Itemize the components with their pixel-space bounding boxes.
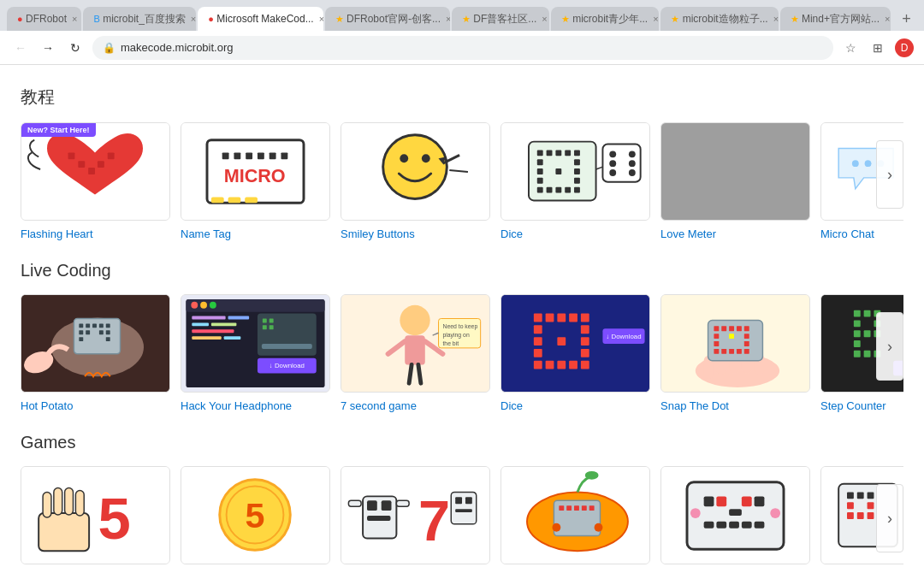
card-flashing-heart[interactable]: New? Start Here! <box>21 122 170 240</box>
tab-dfrobot[interactable]: ● DFRobot × <box>7 7 81 31</box>
card-7seconds[interactable]: 7 7 seconds <box>341 466 490 567</box>
svg-rect-93 <box>263 319 267 323</box>
page-content: 教程 New? Start Here! <box>0 65 924 567</box>
svg-text:MICRO: MICRO <box>224 165 286 186</box>
svg-rect-116 <box>569 314 578 322</box>
title-bar: ● DFRobot × B microbit_百度搜索 × ● Microsof… <box>0 0 924 31</box>
svg-rect-149 <box>744 341 749 346</box>
refresh-button[interactable]: ↻ <box>65 38 86 58</box>
svg-rect-173 <box>54 488 62 515</box>
tab-mind[interactable]: ★ Mind+官方网站... × <box>780 7 891 31</box>
svg-rect-222 <box>868 492 874 499</box>
svg-rect-161 <box>854 330 861 337</box>
svg-rect-152 <box>729 349 734 354</box>
card-heads-guess[interactable]: Heads Guess! <box>660 466 810 567</box>
svg-point-20 <box>400 154 408 162</box>
svg-rect-91 <box>224 336 241 340</box>
svg-rect-212 <box>716 522 726 529</box>
card-live-hot-potato[interactable]: Hot Potato <box>21 294 170 412</box>
svg-rect-32 <box>537 159 543 165</box>
svg-rect-123 <box>534 349 542 357</box>
card-name-tag[interactable]: MICRO Name Tag <box>181 122 330 240</box>
card-img-smiley-buttons <box>341 122 490 221</box>
svg-point-82 <box>191 302 198 309</box>
tab-close-df[interactable]: × <box>542 14 547 24</box>
svg-rect-70 <box>99 323 104 328</box>
tab-close-baidu[interactable]: × <box>191 14 196 24</box>
profile-icon[interactable]: D <box>895 38 914 57</box>
card-label-micro-chat: Micro Chat <box>820 227 903 240</box>
svg-rect-200 <box>589 505 595 511</box>
svg-rect-1 <box>68 152 75 159</box>
card-smiley-buttons[interactable]: Smiley Buttons <box>341 122 490 240</box>
svg-rect-17 <box>245 197 258 203</box>
card-game-hotpotato[interactable]: Hot Potato <box>500 466 650 567</box>
card-label-live-hot-potato: Hot Potato <box>21 399 170 412</box>
svg-rect-126 <box>546 361 554 369</box>
tab-microbit1[interactable]: ★ microbit青少年... × <box>551 7 659 31</box>
svg-rect-150 <box>714 349 719 354</box>
card-live-7second[interactable]: Need to keep playing on the bit 7 second… <box>341 294 490 412</box>
card-live-headphone[interactable]: ↓ Download Hack Your Headphone <box>181 294 330 412</box>
svg-text:5: 5 <box>246 496 265 535</box>
svg-rect-35 <box>555 168 561 174</box>
tutorials-scroll-right[interactable]: › <box>876 140 903 209</box>
back-button[interactable]: ← <box>10 38 31 58</box>
svg-rect-87 <box>192 322 209 326</box>
tab-makecode[interactable]: ● Microsoft MakeCod... × <box>198 7 323 31</box>
svg-rect-76 <box>79 337 83 341</box>
tab-close-microbit1[interactable]: × <box>653 14 658 24</box>
card-dice[interactable]: Dice <box>500 122 650 240</box>
tab-close-dfrobot[interactable]: × <box>72 14 77 24</box>
svg-rect-119 <box>581 325 589 334</box>
svg-rect-197 <box>566 505 572 511</box>
svg-rect-86 <box>228 316 250 320</box>
svg-rect-37 <box>537 178 543 184</box>
tab-close-microbit2[interactable]: × <box>773 14 779 24</box>
svg-rect-33 <box>574 159 580 165</box>
svg-rect-94 <box>270 319 274 323</box>
card-coin-flipper[interactable]: 5 Coin Flipper <box>181 466 330 567</box>
card-rps[interactable]: 5 Rock Paper Scissors <box>21 466 170 567</box>
tab-dfrobot2[interactable]: ★ DFRobot官网-创客... × <box>325 7 450 31</box>
svg-point-216 <box>690 508 701 518</box>
address-bar[interactable]: 🔒 makecode.microbit.org <box>92 36 833 60</box>
card-img-game-hotpotato <box>500 466 650 564</box>
svg-rect-190 <box>455 497 462 504</box>
svg-rect-74 <box>99 330 104 334</box>
tab-close-mind[interactable]: × <box>885 14 890 24</box>
card-img-flashing-heart: New? Start Here! <box>21 122 170 221</box>
svg-rect-127 <box>557 361 566 369</box>
forward-button[interactable]: → <box>38 38 58 58</box>
extension-button[interactable]: ⊞ <box>868 38 888 58</box>
svg-point-201 <box>552 523 560 532</box>
svg-rect-121 <box>557 337 566 346</box>
svg-rect-145 <box>714 334 719 339</box>
svg-rect-224 <box>868 502 874 509</box>
svg-rect-117 <box>581 314 589 322</box>
tab-df[interactable]: ★ DF普客社区... × <box>452 7 549 31</box>
tab-baidu[interactable]: B microbit_百度搜索 × <box>83 7 196 31</box>
card-img-name-tag: MICRO <box>181 122 330 221</box>
svg-line-105 <box>409 365 412 384</box>
tab-microbit2[interactable]: ★ microbit造物粒子... × <box>660 7 778 31</box>
tutorials-card-row: New? Start Here! <box>21 122 903 240</box>
svg-point-48 <box>629 160 636 167</box>
tab-close-dfrobot2[interactable]: × <box>446 14 450 24</box>
svg-rect-159 <box>854 320 861 327</box>
svg-rect-211 <box>704 522 714 529</box>
tab-close-makecode[interactable]: × <box>319 14 323 24</box>
card-live-dice[interactable]: ↓ Download Dice <box>500 294 650 412</box>
svg-rect-42 <box>565 187 571 193</box>
svg-rect-157 <box>864 310 871 317</box>
svg-rect-187 <box>396 500 409 506</box>
card-live-snap-dot[interactable]: Snap The Dot <box>660 294 810 412</box>
star-button[interactable]: ☆ <box>840 38 861 58</box>
games-scroll-right[interactable]: › <box>876 484 903 552</box>
games-section: Games <box>21 433 903 567</box>
card-love-meter[interactable]: Love Meter <box>660 122 810 240</box>
new-tab-button[interactable]: + <box>896 7 917 31</box>
live-coding-scroll-right[interactable]: › <box>876 312 903 381</box>
card-img-live-7second: Need to keep playing on the bit <box>341 294 490 393</box>
svg-rect-154 <box>744 349 749 354</box>
